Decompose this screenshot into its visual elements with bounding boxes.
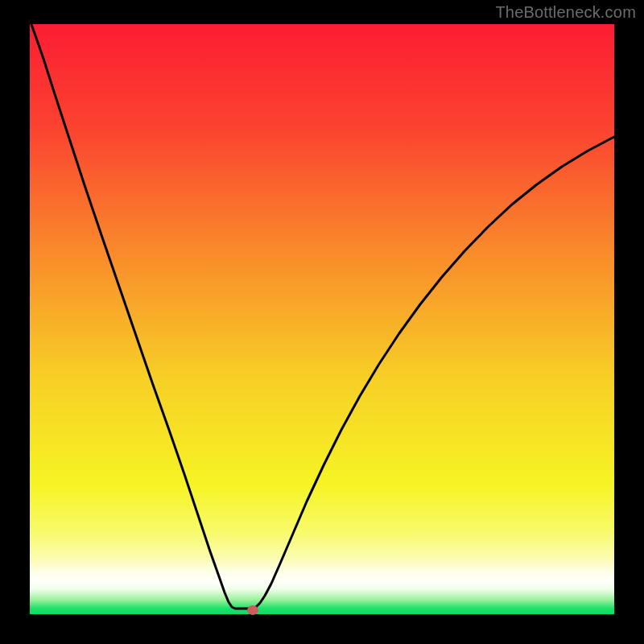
watermark-text: TheBottleneck.com: [495, 3, 636, 22]
optimal-point-marker: [247, 605, 258, 615]
gradient-background: [30, 24, 614, 614]
chart-frame: TheBottleneck.com: [0, 0, 644, 644]
bottleneck-curve-chart: [0, 0, 644, 644]
